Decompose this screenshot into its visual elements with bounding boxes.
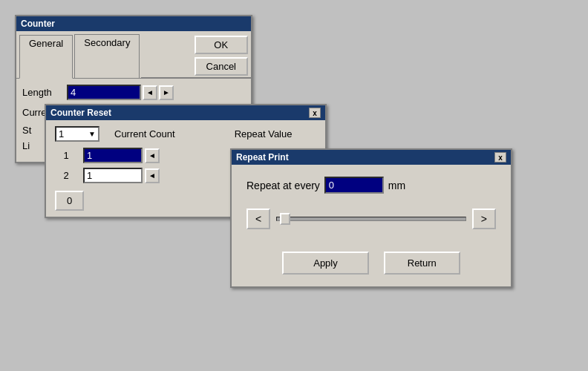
rp-slider-thumb[interactable]	[280, 213, 290, 225]
rp-title-bar: Repeat Print x	[232, 150, 511, 165]
rp-label-prefix: Repeat at every	[246, 180, 320, 191]
length-input[interactable]	[67, 85, 141, 100]
rp-body: Repeat at every mm < > Apply Return	[232, 165, 511, 286]
rp-slider-left-button[interactable]: <	[246, 209, 270, 229]
cr-arrow-1[interactable]: ◄	[145, 148, 160, 163]
rp-bottom-row: Apply Return	[246, 252, 496, 275]
rp-return-button[interactable]: Return	[384, 252, 460, 275]
repeat-print-window: Repeat Print x Repeat at every mm < > Ap…	[230, 148, 512, 288]
cr-current-input-1[interactable]	[83, 148, 143, 163]
cr-title-bar: Counter Reset x	[46, 105, 325, 120]
counter-tab-row: General Secondary OK Cancel	[16, 31, 251, 79]
rp-slider-track[interactable]	[276, 217, 466, 221]
cr-header-current: Current Count	[114, 128, 175, 139]
rp-value-input[interactable]	[324, 177, 384, 194]
tab-general[interactable]: General	[19, 35, 73, 79]
length-right-arrow[interactable]: ►	[159, 85, 174, 100]
cr-row-num-2: 2	[55, 170, 77, 181]
tab-secondary[interactable]: Secondary	[74, 34, 140, 78]
rp-apply-button[interactable]: Apply	[282, 252, 369, 275]
cr-close-button[interactable]: x	[309, 108, 321, 118]
cr-top-row: 1 ▼ Current Count Repeat Value	[55, 126, 316, 142]
cancel-button[interactable]: Cancel	[195, 57, 248, 76]
cr-zero-button[interactable]: 0	[55, 191, 84, 211]
ok-button[interactable]: OK	[195, 36, 248, 54]
rp-slider-right-button[interactable]: >	[472, 209, 496, 229]
rp-title: Repeat Print	[236, 152, 289, 162]
rp-label-suffix: mm	[388, 180, 405, 191]
rp-top-row: Repeat at every mm	[246, 177, 496, 194]
rp-close-button[interactable]: x	[494, 152, 506, 162]
length-left-arrow[interactable]: ◄	[143, 85, 157, 100]
cr-current-input-2[interactable]	[83, 168, 143, 183]
cr-dropdown[interactable]: 1 ▼	[55, 126, 99, 142]
cr-header-repeat: Repeat Value	[235, 128, 293, 139]
rp-slider-row: < >	[246, 209, 496, 229]
cr-row-num-1: 1	[55, 150, 77, 161]
counter-title-bar: Counter	[16, 16, 251, 31]
cr-dropdown-arrow-icon: ▼	[88, 130, 96, 138]
cr-title: Counter Reset	[50, 108, 111, 118]
cr-arrow-2[interactable]: ◄	[145, 168, 160, 183]
length-label: Length	[22, 87, 67, 98]
cr-dropdown-value: 1	[59, 128, 64, 139]
length-row: Length ◄ ►	[22, 85, 245, 100]
counter-title: Counter	[21, 19, 55, 29]
